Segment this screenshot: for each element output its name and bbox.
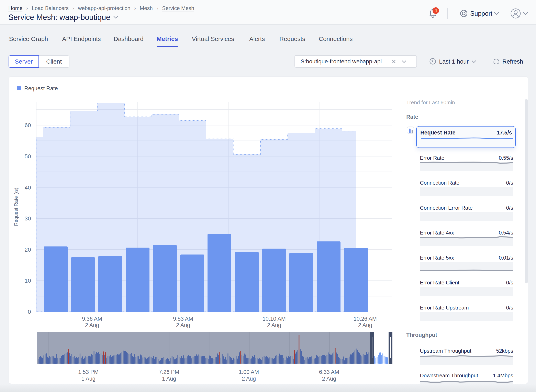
svg-text:1:53 PM: 1:53 PM <box>78 369 99 375</box>
svg-text:60: 60 <box>25 122 31 128</box>
svg-text:50: 50 <box>25 153 31 159</box>
svg-text:9:53 AM: 9:53 AM <box>173 316 193 322</box>
svg-text:10:10 AM: 10:10 AM <box>263 316 286 322</box>
svg-text:2 Aug: 2 Aug <box>358 322 372 328</box>
svg-text:2 Aug: 2 Aug <box>242 376 256 382</box>
svg-text:Support: Support <box>470 10 492 17</box>
svg-text:2 Aug: 2 Aug <box>267 322 281 328</box>
svg-text:2 Aug: 2 Aug <box>322 376 336 382</box>
svg-text:Request Rate (/s): Request Rate (/s) <box>13 188 19 226</box>
svg-text:10: 10 <box>25 277 31 284</box>
svg-text:7:26 PM: 7:26 PM <box>159 369 179 375</box>
svg-text:10:26 AM: 10:26 AM <box>354 316 377 322</box>
svg-text:2 Aug: 2 Aug <box>85 322 99 328</box>
svg-text:1 Aug: 1 Aug <box>162 376 176 382</box>
svg-text:2 Aug: 2 Aug <box>176 322 190 328</box>
svg-text:40: 40 <box>25 184 31 191</box>
svg-text:6:33 AM: 6:33 AM <box>319 369 339 375</box>
svg-text:1 Aug: 1 Aug <box>81 376 95 382</box>
svg-text:1:00 AM: 1:00 AM <box>239 369 259 375</box>
svg-text:30: 30 <box>25 215 31 222</box>
svg-text:20: 20 <box>25 247 31 253</box>
svg-text:4: 4 <box>434 8 437 13</box>
svg-text:0: 0 <box>28 309 31 315</box>
svg-text:9:36 AM: 9:36 AM <box>82 316 102 322</box>
